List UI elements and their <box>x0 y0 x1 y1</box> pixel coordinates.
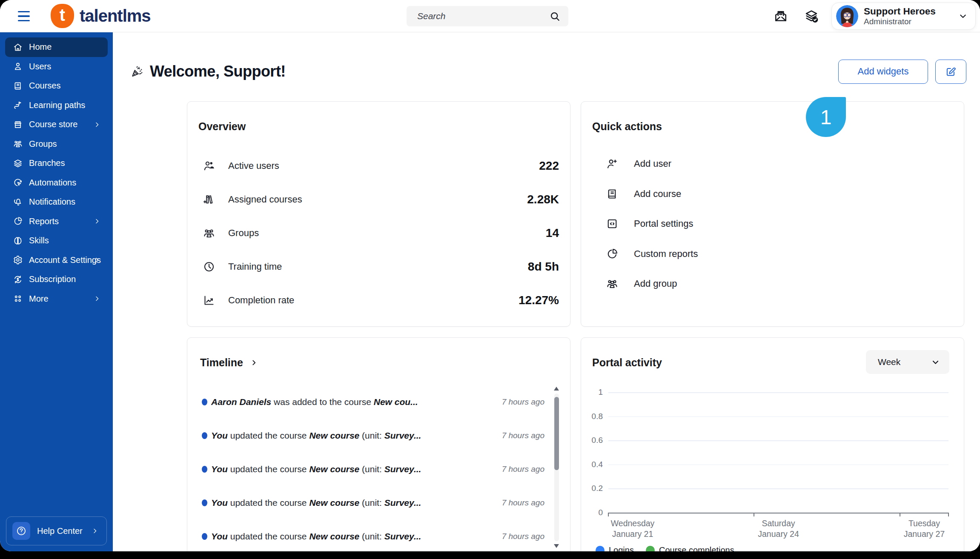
y-tick-label: 0.4 <box>592 460 603 469</box>
timeline-item-time: 7 hours ago <box>496 465 544 474</box>
more-icon <box>13 294 23 304</box>
app-window: t talentlms <box>0 0 980 551</box>
chart-legend: LoginsCourse completions <box>596 545 734 551</box>
help-center-label: Help Center <box>37 526 83 536</box>
sidebar-item-label: Course store <box>29 120 78 129</box>
timeline-header-link[interactable]: Timeline <box>200 357 570 369</box>
top-header: t talentlms <box>0 0 980 32</box>
users-icon <box>13 61 23 71</box>
quick-action-add-course[interactable]: Add course <box>581 179 964 209</box>
app-logo[interactable]: t talentlms <box>51 4 151 28</box>
timeline-item[interactable]: You updated the course New course (unit:… <box>187 452 570 486</box>
quick-action-portal-settings[interactable]: Portal settings <box>581 209 964 239</box>
timeline-item[interactable]: You updated the course New course (unit:… <box>187 486 570 519</box>
x-tick-label: TuesdayJanuary 27 <box>904 518 945 540</box>
timeline-item[interactable]: You updated the course New course (unit:… <box>187 419 570 452</box>
quick-action-label: Portal settings <box>634 218 693 229</box>
gridline <box>608 488 948 489</box>
x-tick-label: WednesdayJanuary 21 <box>611 518 655 540</box>
x-axis-tick <box>900 513 900 516</box>
stat-row-groups: Groups14 <box>187 216 570 250</box>
sidebar-item-home[interactable]: Home <box>5 37 108 57</box>
quick-action-custom-reports[interactable]: Custom reports <box>581 239 964 269</box>
gridline <box>608 440 948 441</box>
stat-row-completion-rate: Completion rate12.27% <box>187 283 570 317</box>
reports-icon <box>13 216 23 226</box>
y-tick-label: 0.8 <box>592 412 603 421</box>
quick-action-label: Custom reports <box>634 248 698 260</box>
sidebar-item-learning-paths[interactable]: Learning paths <box>5 96 108 115</box>
add-widgets-button[interactable]: Add widgets <box>838 60 928 84</box>
portal-settings-icon <box>606 217 619 230</box>
quick-action-add-group[interactable]: Add group <box>581 269 964 299</box>
sidebar-item-label: Home <box>29 42 52 52</box>
timeline-item-time: 7 hours ago <box>496 498 544 508</box>
search-input[interactable] <box>417 11 549 21</box>
menu-toggle-button[interactable] <box>18 11 30 21</box>
stat-value: 14 <box>546 226 559 240</box>
timeline-bullet-icon <box>202 399 207 405</box>
y-tick-label: 0.2 <box>592 484 603 493</box>
sidebar-item-label: Users <box>29 62 51 71</box>
stat-label: Assigned courses <box>228 194 302 205</box>
inbox-icon[interactable] <box>773 9 788 24</box>
timeline-item-text: You updated the course New course (unit:… <box>211 531 421 542</box>
main-content: Welcome, Support! Add widgets 1 Overview… <box>113 32 980 551</box>
assigned-courses-icon <box>203 193 215 206</box>
chevron-right-icon <box>250 359 258 367</box>
timeline-item[interactable]: Aaron Daniels was added to the course Ne… <box>187 385 570 419</box>
period-select-value: Week <box>878 357 900 367</box>
scroll-down-arrow[interactable] <box>554 544 559 548</box>
course-stack-icon[interactable] <box>804 9 819 24</box>
sidebar-item-more[interactable]: More <box>5 289 108 309</box>
sidebar-item-notifications[interactable]: Notifications <box>5 192 108 212</box>
completion-icon <box>203 294 215 307</box>
sidebar-item-label: Subscription <box>29 274 76 284</box>
sidebar-item-label: Notifications <box>29 197 75 207</box>
sidebar-item-account-settings[interactable]: Account & Settings <box>5 251 108 270</box>
custom-reports-icon <box>606 248 619 260</box>
period-select[interactable]: Week <box>866 350 949 374</box>
timeline-item[interactable]: You updated the course New course (unit:… <box>187 519 570 551</box>
sidebar-item-automations[interactable]: Automations <box>5 173 108 193</box>
stat-value: 222 <box>539 159 559 173</box>
sidebar-item-skills[interactable]: Skills <box>5 231 108 251</box>
timeline-list: Aaron Daniels was added to the course Ne… <box>187 385 570 551</box>
y-tick-label: 1 <box>598 388 603 397</box>
sidebar-item-label: Skills <box>29 236 49 245</box>
sidebar-item-label: Learning paths <box>29 100 85 110</box>
subscription-icon <box>13 274 23 285</box>
sidebar-item-courses[interactable]: Courses <box>5 76 108 96</box>
sidebar-item-branches[interactable]: Branches <box>5 154 108 173</box>
groups-icon <box>13 139 23 149</box>
step-number: 1 <box>820 106 832 129</box>
sidebar: HomeUsersCoursesLearning pathsCourse sto… <box>0 32 113 551</box>
sidebar-item-groups[interactable]: Groups <box>5 134 108 154</box>
edit-pencil-icon <box>945 66 957 77</box>
quick-action-add-user[interactable]: Add user <box>581 149 964 179</box>
sidebar-item-help-center[interactable]: Help Center <box>6 516 107 545</box>
stat-row-training-time: Training time8d 5h <box>187 250 570 283</box>
user-meta: Support Heroes Administrator <box>864 6 936 26</box>
automations-icon <box>13 177 23 188</box>
avatar <box>836 5 858 27</box>
y-tick-label: 0.6 <box>592 436 603 445</box>
user-menu[interactable]: Support Heroes Administrator <box>831 3 976 30</box>
sidebar-item-label: Courses <box>29 81 60 91</box>
search-icon <box>549 11 561 22</box>
question-circle-icon <box>16 525 27 536</box>
stat-value: 12.27% <box>519 294 559 307</box>
activity-plot: 00.20.40.60.81WednesdayJanuary 21Saturda… <box>608 392 948 513</box>
scroll-up-arrow[interactable] <box>554 387 559 391</box>
quick-actions-title: Quick actions <box>592 120 964 133</box>
timeline-scrollbar <box>553 387 560 548</box>
edit-dashboard-button[interactable] <box>935 60 966 84</box>
timeline-item-text: You updated the course New course (unit:… <box>211 431 421 441</box>
sidebar-item-course-store[interactable]: Course store <box>5 115 108 134</box>
sidebar-item-users[interactable]: Users <box>5 57 108 77</box>
sidebar-item-subscription[interactable]: Subscription <box>5 270 108 289</box>
sidebar-item-reports[interactable]: Reports <box>5 212 108 231</box>
step-annotation-badge: 1 <box>806 97 846 137</box>
scrollbar-thumb[interactable] <box>554 397 559 470</box>
sidebar-item-label: Automations <box>29 178 76 188</box>
